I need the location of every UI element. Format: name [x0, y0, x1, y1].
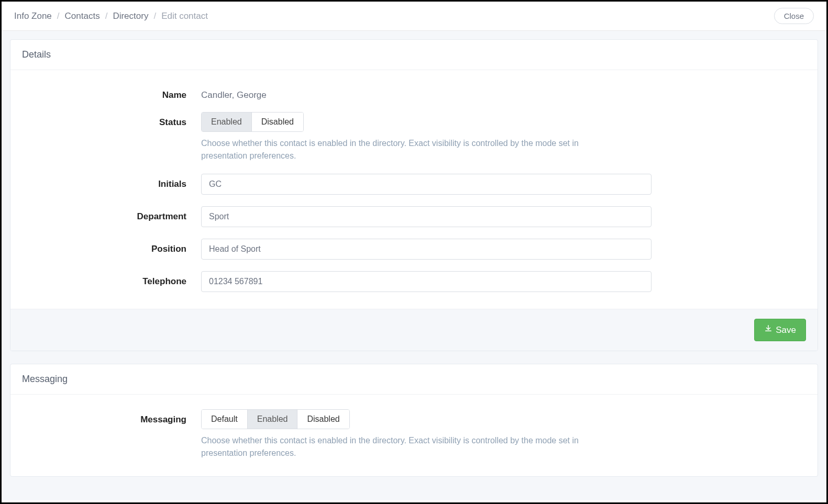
- top-bar: Info Zone / Contacts / Directory / Edit …: [2, 2, 826, 31]
- download-icon: [764, 324, 772, 335]
- save-button-label: Save: [776, 325, 796, 335]
- department-input[interactable]: [201, 206, 652, 227]
- initials-input[interactable]: [201, 174, 652, 195]
- messaging-disabled-button[interactable]: Disabled: [297, 410, 349, 429]
- breadcrumb-current: Edit contact: [161, 11, 208, 21]
- position-label: Position: [23, 239, 201, 254]
- details-heading: Details: [10, 40, 818, 70]
- status-enabled-button[interactable]: Enabled: [202, 113, 251, 131]
- breadcrumb-contacts[interactable]: Contacts: [65, 11, 100, 21]
- initials-label: Initials: [23, 174, 201, 189]
- status-toggle-group: Enabled Disabled: [201, 112, 304, 132]
- breadcrumb-info-zone[interactable]: Info Zone: [14, 11, 52, 21]
- close-button[interactable]: Close: [774, 8, 814, 24]
- status-label: Status: [23, 112, 201, 128]
- breadcrumb-separator: /: [57, 11, 60, 21]
- messaging-toggle-group: Default Enabled Disabled: [201, 409, 350, 429]
- breadcrumb: Info Zone / Contacts / Directory / Edit …: [14, 11, 208, 21]
- position-input[interactable]: [201, 239, 652, 260]
- messaging-heading: Messaging: [10, 364, 818, 395]
- messaging-panel: Messaging Messaging Default Enabled Disa…: [10, 364, 818, 477]
- status-disabled-button[interactable]: Disabled: [251, 113, 303, 131]
- telephone-input[interactable]: [201, 271, 652, 292]
- breadcrumb-separator: /: [105, 11, 108, 21]
- name-label: Name: [23, 85, 201, 100]
- messaging-default-button[interactable]: Default: [202, 410, 247, 429]
- messaging-help-text: Choose whether this contact is enabled i…: [201, 434, 620, 460]
- details-footer: Save: [10, 309, 818, 351]
- breadcrumb-directory[interactable]: Directory: [113, 11, 148, 21]
- messaging-enabled-button[interactable]: Enabled: [247, 410, 297, 429]
- name-value: Candler, George: [201, 85, 652, 100]
- department-label: Department: [23, 206, 201, 222]
- save-button[interactable]: Save: [754, 319, 806, 341]
- status-help-text: Choose whether this contact is enabled i…: [201, 137, 620, 162]
- details-panel: Details Name Candler, George Status Enab…: [10, 39, 818, 351]
- telephone-label: Telephone: [23, 271, 201, 287]
- breadcrumb-separator: /: [153, 11, 156, 21]
- messaging-label: Messaging: [23, 409, 201, 425]
